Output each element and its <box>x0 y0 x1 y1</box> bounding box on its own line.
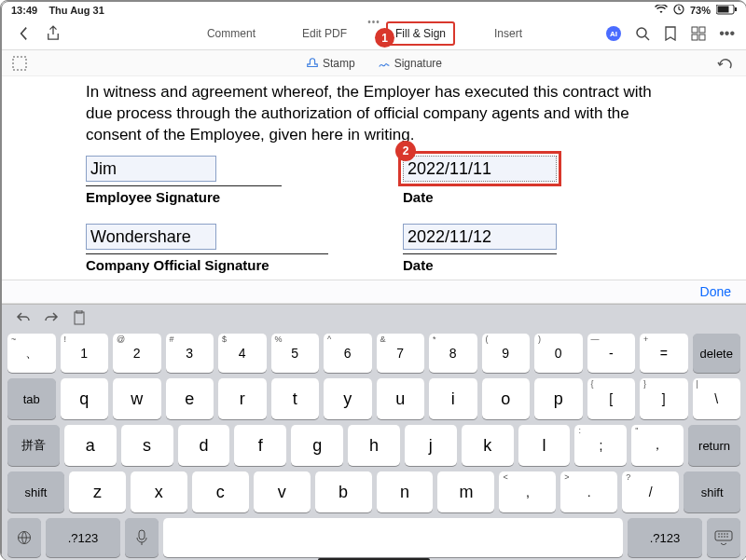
employee-signature-field[interactable]: Jim <box>86 156 216 182</box>
rotation-icon <box>673 4 684 17</box>
date-field-1[interactable]: 2022/11/11 <box>403 156 557 182</box>
key-x[interactable]: x <box>131 471 187 512</box>
done-button[interactable]: Done <box>700 284 731 299</box>
clipboard-shortcut-icon[interactable] <box>71 309 88 326</box>
key-mic[interactable] <box>125 518 159 557</box>
key-7[interactable]: &7 <box>377 334 425 373</box>
key-/[interactable]: ?/ <box>622 471 679 512</box>
key-;[interactable]: :; <box>574 425 627 466</box>
key-3[interactable]: #3 <box>166 334 214 373</box>
key-8[interactable]: *8 <box>429 334 477 373</box>
key-9[interactable]: (9 <box>482 334 531 373</box>
tab-comment[interactable]: Comment <box>200 23 263 44</box>
redo-shortcut-icon[interactable] <box>43 309 60 326</box>
key-[[interactable]: {[ <box>587 378 636 419</box>
signature-label: Signature <box>394 57 442 70</box>
selection-tool[interactable] <box>11 55 28 72</box>
key-q[interactable]: q <box>61 378 109 419</box>
key-n[interactable]: n <box>377 471 434 512</box>
key-hide-keyboard[interactable] <box>707 518 740 557</box>
document-area[interactable]: In witness and agreement whereof, the Em… <box>2 76 746 280</box>
key-h[interactable]: h <box>348 425 400 466</box>
key-t[interactable]: t <box>271 378 320 419</box>
svg-point-6 <box>637 28 646 37</box>
key-k[interactable]: k <box>462 425 514 466</box>
callout-badge-2: 2 <box>395 141 416 161</box>
signature-tool[interactable]: Signature <box>378 57 442 70</box>
key-5[interactable]: %5 <box>271 334 320 373</box>
tab-fill-sign[interactable]: Fill & Sign <box>386 21 455 46</box>
key-i[interactable]: i <box>429 378 477 419</box>
tab-insert[interactable]: Insert <box>487 23 530 44</box>
ai-button[interactable]: AI <box>605 25 622 42</box>
company-signature-label: Company Official Signature <box>86 253 328 275</box>
company-signature-field[interactable]: Wondershare <box>86 224 216 250</box>
key-numpad-left[interactable]: .?123 <box>46 518 120 557</box>
key-=[interactable]: += <box>640 334 688 373</box>
key-o[interactable]: o <box>482 378 531 419</box>
key-v[interactable]: v <box>254 471 311 512</box>
key-z[interactable]: z <box>69 471 126 512</box>
secondary-toolbar: Stamp Signature <box>2 50 746 76</box>
key-caps[interactable]: 拼音 <box>7 425 60 466</box>
key-g[interactable]: g <box>291 425 343 466</box>
stamp-label: Stamp <box>323 57 355 70</box>
key-shift-right[interactable]: shift <box>684 471 740 512</box>
back-button[interactable] <box>15 25 32 42</box>
key-numpad-right[interactable]: .?123 <box>628 518 702 557</box>
key-return[interactable]: return <box>688 425 740 466</box>
key-y[interactable]: y <box>324 378 372 419</box>
key-m[interactable]: m <box>437 471 494 512</box>
search-button[interactable] <box>635 25 650 42</box>
key-、[interactable]: ~、 <box>7 334 56 373</box>
key-.[interactable]: >. <box>560 471 617 512</box>
bookmark-button[interactable] <box>663 25 678 42</box>
key-r[interactable]: r <box>218 378 267 419</box>
main-toolbar: ••• Comment Edit PDF Fill & Sign Insert … <box>2 17 746 50</box>
callout-badge-1: 1 <box>375 28 394 48</box>
contract-paragraph: In witness and agreement whereof, the Em… <box>86 82 662 146</box>
battery-percent: 73% <box>690 5 711 16</box>
share-button[interactable] <box>45 25 62 42</box>
grab-handle-icon[interactable]: ••• <box>367 17 380 27</box>
key-l[interactable]: l <box>518 425 571 466</box>
key-d[interactable]: d <box>178 425 230 466</box>
key-0[interactable]: )0 <box>534 334 583 373</box>
view-mode-button[interactable] <box>691 25 706 42</box>
more-button[interactable]: ••• <box>719 25 735 42</box>
stamp-tool[interactable]: Stamp <box>306 57 355 70</box>
key-a[interactable]: a <box>64 425 117 466</box>
key-j[interactable]: j <box>405 425 457 466</box>
status-bar: 13:49 Thu Aug 31 73% <box>2 2 746 17</box>
date-label-2: Date <box>403 253 557 275</box>
undo-shortcut-icon[interactable] <box>15 309 32 326</box>
key-shift-left[interactable]: shift <box>7 471 64 512</box>
key-e[interactable]: e <box>166 378 214 419</box>
key-][interactable]: }] <box>640 378 688 419</box>
key-tab[interactable]: tab <box>7 378 56 419</box>
key-2[interactable]: @2 <box>113 334 161 373</box>
key-1[interactable]: !1 <box>61 334 109 373</box>
key-delete[interactable]: delete <box>693 334 741 373</box>
key-p[interactable]: p <box>534 378 583 419</box>
key-s[interactable]: s <box>121 425 173 466</box>
key-,[interactable]: <, <box>499 471 556 512</box>
svg-rect-9 <box>692 34 698 40</box>
key--[interactable]: —- <box>587 334 636 373</box>
key-u[interactable]: u <box>377 378 425 419</box>
key-4[interactable]: $4 <box>218 334 267 373</box>
key-，[interactable]: "， <box>631 425 684 466</box>
wifi-icon <box>655 5 668 16</box>
key-globe[interactable] <box>7 518 41 557</box>
key-w[interactable]: w <box>113 378 161 419</box>
keyboard-shortcut-row <box>2 304 746 330</box>
undo-button[interactable] <box>716 55 733 72</box>
key-f[interactable]: f <box>234 425 286 466</box>
key-\[interactable]: |\ <box>693 378 741 419</box>
key-b[interactable]: b <box>315 471 372 512</box>
date-field-2[interactable]: 2022/11/12 <box>403 224 557 250</box>
key-c[interactable]: c <box>192 471 249 512</box>
key-space[interactable] <box>163 518 623 557</box>
tab-edit-pdf[interactable]: Edit PDF <box>295 23 354 44</box>
key-6[interactable]: ^6 <box>324 334 372 373</box>
